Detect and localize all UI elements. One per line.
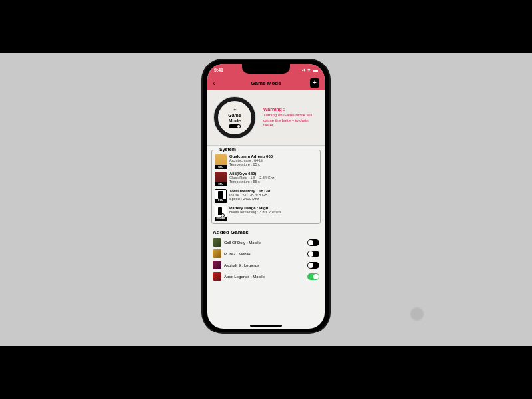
game-row-asphalt: Asphalt 9 : Legends [207,259,325,271]
screen: 9:41 ▪▮ ᯤ ▬ ‹ Game Mode + ✦ Game Mode Wa… [207,64,325,329]
badge-toggle-icon [229,124,241,128]
ram-info: Total memory : 08 GB In use : 5.0 GB of … [229,189,317,201]
asphalt-icon [213,261,221,269]
ram-icon-label: RAM [215,199,226,203]
cursor-icon [411,308,423,320]
page-title: Game Mode [251,80,281,86]
added-games-header: Added Games [207,227,325,237]
power-icon: POWER [215,206,227,221]
add-button[interactable]: + [310,78,319,88]
pubg-toggle[interactable] [307,251,319,257]
apex-icon [213,272,221,281]
warning-block: Warning : Turning on Game Mode will caus… [263,107,318,128]
pubg-name: PUBG : Mobile [224,252,305,256]
device-frame: 9:41 ▪▮ ᯤ ▬ ‹ Game Mode + ✦ Game Mode Wa… [203,60,329,332]
home-indicator[interactable] [250,325,282,327]
power-icon-label: POWER [215,217,227,221]
hero-panel: ✦ Game Mode Warning : Turning on Game Mo… [207,90,325,146]
cpu-info: A55(Kryo 680) Clock Rate : 1.8 – 2.84 Gh… [229,172,317,184]
asphalt-toggle[interactable] [307,262,319,269]
system-section: System GPU Qualcomm Adreno 660 Architech… [211,150,321,224]
power-info: Battery usage : High Hours remaining : 3… [229,206,317,214]
system-row-ram: RAM Total memory : 08 GB In use : 5.0 GB… [215,188,317,205]
cod-toggle[interactable] [307,239,319,246]
apex-name: Apex Legends : Mobile [224,275,305,279]
cpu-temp: Temperature : 55 c [229,180,317,184]
system-row-gpu: GPU Qualcomm Adreno 660 Architechture : … [215,153,317,170]
warning-title: Warning : [263,107,318,112]
warning-text: Turning on Game Mode will cause the batt… [263,113,318,128]
nav-bar: ‹ Game Mode + [207,76,325,90]
badge-line2: Mode [229,118,241,123]
cod-icon [213,238,221,247]
apex-toggle[interactable] [307,273,319,280]
game-row-pubg: PUBG : Mobile [207,248,325,259]
rog-logo-icon: ✦ [233,107,237,113]
gpu-info: Qualcomm Adreno 660 Architechture : 64-b… [229,154,317,166]
back-button[interactable]: ‹ [213,79,221,87]
ram-icon: RAM [215,189,227,203]
cod-name: Call Of Duty : Mobile [224,241,305,245]
ram-speed: Speed : 2400 Mhz [229,197,317,201]
game-row-cod: Call Of Duty : Mobile [207,237,325,248]
status-time: 9:41 [214,68,223,72]
gpu-icon-label: GPU [215,165,227,169]
game-row-apex: Apex Legends : Mobile [207,271,325,282]
gpu-temp: Temperature : 65 c [229,162,317,166]
device-notch [242,64,290,74]
gpu-icon: GPU [215,154,227,169]
system-row-cpu: CPU A55(Kryo 680) Clock Rate : 1.8 – 2.8… [215,170,317,188]
asphalt-name: Asphalt 9 : Legends [224,263,305,267]
system-row-power: POWER Battery usage : High Hours remaini… [215,205,317,222]
system-legend: System [217,147,238,152]
pubg-icon [213,249,221,258]
badge-text: Game Mode [228,113,241,123]
status-indicators: ▪▮ ᯤ ▬ [302,68,318,72]
game-mode-badge: ✦ Game Mode [214,97,255,138]
cpu-icon: CPU [215,172,227,186]
cpu-icon-label: CPU [215,182,227,186]
power-hours: Hours remaining : 3 hrs 20 mins [229,210,317,214]
badge-line1: Game [228,113,241,118]
